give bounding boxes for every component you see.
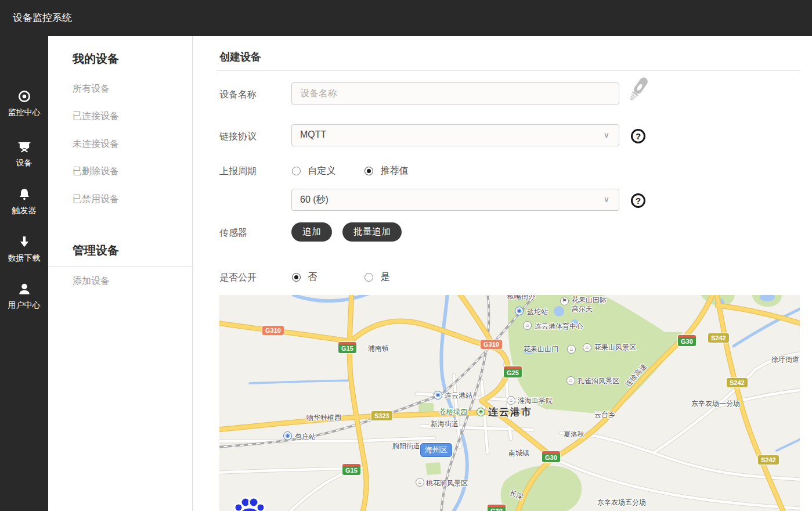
map-place-label: 连云港站 — [445, 391, 472, 401]
user-icon — [17, 282, 32, 297]
map-place-label: 连云港体育中心 — [535, 322, 583, 332]
device-name-input[interactable] — [291, 82, 619, 105]
nav-item-triggers[interactable]: 触发器 — [0, 187, 48, 216]
map-place-label: 桃花涧风景区 — [426, 478, 468, 488]
bell-icon — [17, 187, 32, 202]
sidebar-item-connected-devices[interactable]: 已连接设备 — [73, 110, 119, 123]
target-icon — [17, 89, 32, 104]
train-station-icon: ◉ — [283, 431, 292, 440]
map-place-label: 朐阳街道 — [392, 441, 420, 451]
map-place-label: 东辛农场五分场 — [597, 498, 646, 508]
nav-item-data-download[interactable]: 数据下载 — [0, 235, 48, 264]
map-place-label: 淮海工学院 — [518, 396, 553, 406]
nav-label: 触发器 — [0, 206, 48, 216]
app-title: 设备监控系统 — [13, 0, 72, 36]
period-select[interactable]: 60 (秒) ∨ — [291, 189, 619, 211]
download-icon — [17, 235, 32, 250]
nav-label: 设备 — [0, 158, 48, 168]
period-option-custom[interactable]: 自定义 — [292, 165, 335, 177]
chevron-down-icon: ∨ — [604, 130, 609, 139]
map-place-label: 南城镇 — [508, 448, 529, 458]
period-value: 60 (秒) — [300, 194, 329, 206]
road-badge: G25 — [504, 366, 522, 377]
nav-label: 数据下载 — [0, 253, 48, 264]
road-badge: G15 — [338, 342, 356, 353]
sidebar-item-disabled-devices[interactable]: 已禁用设备 — [73, 193, 119, 206]
scenic-spot-icon: ⌂ — [567, 345, 576, 354]
map-place-label: 花果山国际 — [572, 295, 607, 305]
map-place-label: 新海街道 — [431, 419, 459, 429]
train-station-icon: ◉ — [434, 391, 442, 400]
road-badge: S323 — [371, 411, 392, 420]
map-place-label: 猴嘴街办 — [507, 295, 535, 301]
district-badge: 海州区 — [420, 443, 452, 457]
chevron-down-icon: ∨ — [604, 195, 609, 204]
map-place-label: 夏洛秋 — [564, 430, 584, 440]
radio-checked-icon[interactable] — [365, 167, 373, 175]
sidebar-section-my-devices: 我的设备 — [73, 51, 119, 67]
road-badge: S242 — [727, 378, 748, 387]
page-title: 创建设备 — [219, 50, 261, 64]
primary-nav: 监控中心 设备 触发器 数据下载 用户中心 — [0, 36, 48, 511]
monitor-icon — [17, 139, 32, 154]
protocol-label: 链接协议 — [219, 131, 257, 143]
period-option-recommended[interactable]: 推荐值 — [365, 165, 408, 177]
road-badge: S242 — [708, 333, 729, 343]
device-sidebar: 我的设备 所有设备 已连接设备 未连接设备 已删除设备 已禁用设备 管理设备 添… — [48, 36, 193, 511]
sidebar-section-manage-devices: 管理设备 — [73, 243, 119, 258]
tree-icon: ♣ — [477, 408, 485, 416]
location-map[interactable]: G310 G15 G310 G25 G30 S242 S242 S323 G15… — [219, 295, 800, 511]
protocol-select[interactable]: MQTT ∨ — [291, 124, 619, 146]
map-place-label: 包庄站 — [295, 432, 316, 442]
period-label: 上报周期 — [219, 165, 257, 178]
scenic-spot-icon: ⌂ — [566, 376, 575, 385]
public-option-yes[interactable]: 是 — [365, 271, 389, 283]
road-badge: G15 — [342, 464, 360, 475]
map-place-label: 花果山山门 — [524, 344, 558, 354]
sidebar-divider — [48, 266, 193, 267]
nav-item-devices[interactable]: 设备 — [0, 139, 48, 168]
sidebar-item-deleted-devices[interactable]: 已删除设备 — [73, 165, 119, 178]
map-place-label: 高尔夫 — [572, 304, 593, 314]
batch-append-button[interactable]: 批量追加 — [342, 222, 402, 242]
protocol-value: MQTT — [300, 129, 326, 140]
nav-label: 监控中心 — [0, 107, 48, 118]
device-name-label: 设备名称 — [219, 89, 257, 101]
sidebar-item-all-devices[interactable]: 所有设备 — [73, 83, 110, 95]
map-place-label: 花果山风景区 — [594, 343, 636, 352]
road-badge: G30 — [542, 451, 560, 462]
sidebar-item-disconnected-devices[interactable]: 未连接设备 — [73, 138, 119, 150]
train-station-icon: ◉ — [515, 307, 524, 315]
public-option-no[interactable]: 否 — [292, 271, 317, 283]
title-divider — [217, 70, 800, 71]
append-button[interactable]: 追加 — [291, 222, 332, 242]
nav-item-user-center[interactable]: 用户中心 — [0, 282, 48, 311]
stadium-icon: ⌂ — [523, 321, 532, 330]
scenic-spot-icon: ⌂ — [583, 343, 591, 352]
road-badge: G310 — [481, 340, 502, 349]
app-header: 设备监控系统 — [0, 0, 812, 36]
radio-unchecked-icon[interactable] — [365, 273, 373, 282]
road-badge: G30 — [488, 505, 506, 511]
scenic-spot-icon: ⌂ — [416, 478, 424, 487]
map-place-label: 东辛农场一分场 — [691, 399, 740, 409]
baidu-logo — [224, 495, 276, 511]
map-place-label: 盐坨站 — [527, 307, 548, 317]
map-place-label: 孔雀沟风景区 — [578, 376, 619, 386]
sidebar-item-add-device[interactable]: 添加设备 — [73, 275, 110, 287]
edit-pen-icon — [626, 74, 649, 110]
radio-unchecked-icon[interactable] — [292, 167, 301, 175]
road-badge: G30 — [678, 335, 696, 346]
map-city-label: 连云港市 — [488, 405, 532, 419]
map-place-label: 云台乡 — [594, 410, 615, 420]
protocol-help-icon[interactable]: ? — [631, 129, 645, 143]
map-place-label: 浦南镇 — [368, 344, 389, 354]
road-badge: S242 — [758, 455, 779, 465]
main-content: 创建设备 设备名称 链接协议 MQTT ∨ ? 上报周期 自定义 推荐值 60 … — [193, 36, 812, 511]
golf-icon: ⚑ — [560, 297, 569, 305]
college-icon: ⌂ — [507, 396, 515, 405]
period-help-icon[interactable]: ? — [631, 193, 645, 208]
nav-item-monitor-center[interactable]: 监控中心 — [0, 89, 48, 118]
radio-checked-icon[interactable] — [292, 273, 301, 282]
nav-label: 用户中心 — [0, 300, 48, 311]
